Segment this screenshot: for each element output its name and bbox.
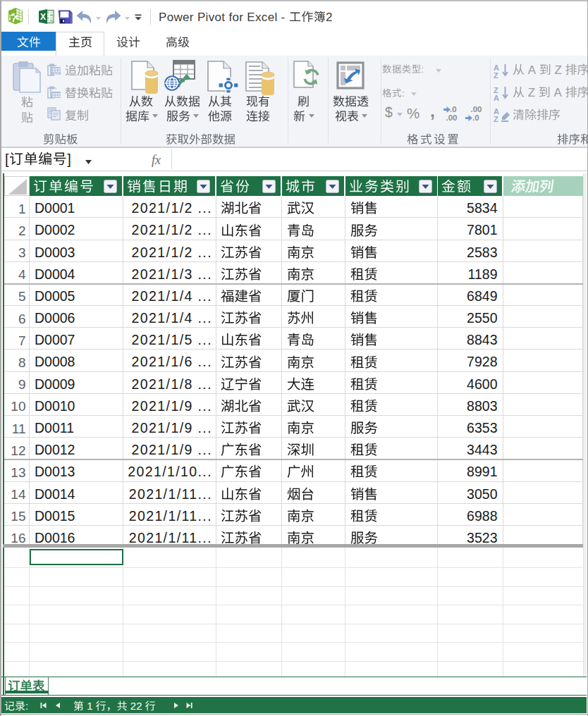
svg-text:.0: .0 [472, 113, 479, 121]
svg-text:Z: Z [525, 86, 539, 99]
svg-text:A: A [494, 94, 499, 101]
svg-text:1: 1 [84, 700, 96, 712]
svg-text:A: A [551, 86, 565, 99]
svg-text:.00: .00 [446, 113, 458, 121]
svg-text:Power Pivot for Excel -: Power Pivot for Excel - [159, 11, 289, 24]
svg-text:22: 22 [128, 700, 145, 712]
svg-text:Z: Z [494, 115, 498, 123]
svg-text:X: X [40, 12, 46, 22]
svg-text:2: 2 [326, 11, 333, 24]
svg-text:A: A [525, 63, 539, 77]
svg-text:Z: Z [494, 86, 498, 94]
svg-text:Z: Z [551, 63, 565, 77]
svg-text:.00: .00 [471, 105, 482, 113]
svg-text:A: A [494, 63, 499, 72]
svg-text:]: ] [67, 151, 71, 166]
svg-text:.0: .0 [450, 105, 457, 113]
svg-text::: : [422, 64, 424, 75]
svg-text:[: [ [5, 151, 9, 166]
svg-text::: : [25, 700, 28, 712]
svg-text::: : [402, 87, 405, 98]
svg-text:Z: Z [494, 71, 498, 79]
svg-text:A: A [494, 107, 499, 116]
